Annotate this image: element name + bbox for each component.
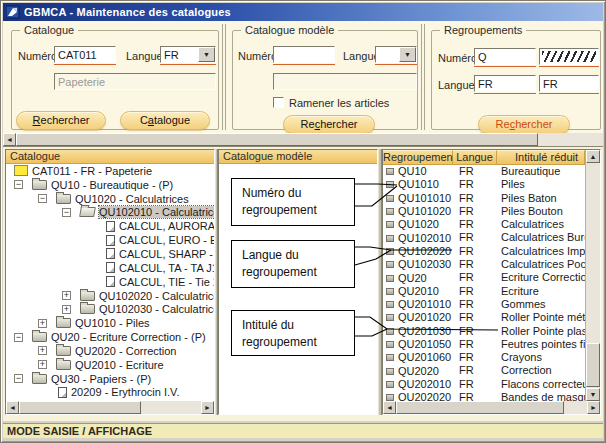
tree-item[interactable]: −QU10 - Bureautique - (P) xyxy=(6,178,214,192)
main-scrollbar-thumb[interactable] xyxy=(16,133,538,146)
tree-horizontal-scrollbar[interactable]: ◄ ► xyxy=(6,401,214,414)
table-row[interactable]: QU201030FRRoller Pointe plast. xyxy=(383,325,585,338)
tree-item-label[interactable]: QU1020 - Calculatrices xyxy=(75,193,189,205)
chevron-down-icon[interactable]: ▼ xyxy=(198,47,215,62)
column-header[interactable]: Intitulé réduit xyxy=(497,150,585,165)
collapse-icon[interactable]: − xyxy=(14,180,23,189)
tree-item[interactable]: −QU20 - Ecriture Correction - (P) xyxy=(6,330,214,344)
table-row[interactable]: QU1010FRPiles xyxy=(383,178,585,191)
tree-item[interactable]: +QU102030 - Calculatrices P xyxy=(6,302,214,316)
catalogue-rechercher-button[interactable]: Rechercher xyxy=(16,111,106,130)
column-header[interactable]: Regroupement xyxy=(383,150,453,165)
expand-icon[interactable]: + xyxy=(38,319,47,328)
table-vertical-scrollbar[interactable]: ▲ ▼ xyxy=(585,150,600,401)
modele-rechercher-button[interactable]: Rechercher xyxy=(283,115,375,134)
tree-item-label[interactable]: CALCUL, TIE - Tie 20 xyxy=(119,276,214,288)
tree-item[interactable]: +QU102020 - Calculatrices Im xyxy=(6,289,214,303)
tree-item-label[interactable]: CAT011 - FR - Papeterie xyxy=(32,165,152,177)
table-hscrollbar-thumb[interactable] xyxy=(396,401,564,414)
modele-description-input[interactable] xyxy=(274,74,416,89)
regroupement-numero-input[interactable] xyxy=(475,49,535,64)
collapse-icon[interactable]: − xyxy=(14,333,23,342)
scroll-left-icon[interactable]: ◄ xyxy=(6,401,19,414)
catalogue-numero-input[interactable] xyxy=(55,47,115,62)
table-vscrollbar-thumb[interactable] xyxy=(586,343,600,387)
expand-icon[interactable]: + xyxy=(38,360,47,369)
regroupement-langue2-input[interactable] xyxy=(540,76,598,91)
tree-item[interactable]: CALCUL, TA - TA J12 xyxy=(6,261,214,275)
catalogue-description-input[interactable] xyxy=(55,74,215,89)
tree-item[interactable]: CAT011 - FR - Papeterie xyxy=(6,164,214,178)
tree-item-label[interactable]: 20209 - Erythrocin I.V. xyxy=(71,386,179,398)
table-row[interactable]: QU20FREcriture Correction xyxy=(383,271,585,284)
tree-item-label[interactable]: QU20 - Ecriture Correction - (P) xyxy=(51,331,206,343)
tree-item[interactable]: CALCUL, AURORA - A xyxy=(6,219,214,233)
tree-item-label[interactable]: CALCUL, EURO - Eur xyxy=(119,234,214,246)
table-row[interactable]: QU201010FRGommes xyxy=(383,298,585,311)
modele-numero-input[interactable] xyxy=(274,47,334,62)
tree-item[interactable]: −QU1020 - Calculatrices xyxy=(6,192,214,206)
table-row[interactable]: QU202010FRFlacons correcteurs xyxy=(383,378,585,391)
regroupements-rechercher-button[interactable]: Rechercher xyxy=(478,115,570,134)
collapse-icon[interactable]: − xyxy=(14,374,23,383)
tree-item[interactable]: +QU1010 - Piles xyxy=(6,316,214,330)
regroupement-langue1-input[interactable] xyxy=(475,76,535,91)
tree-item-label[interactable]: QU30 - Papiers - (P) xyxy=(51,373,151,385)
table-row[interactable]: QU102010FRCalculatrices Bureau xyxy=(383,231,585,244)
table-row[interactable]: QU201060FRCrayons xyxy=(383,351,585,364)
table-row[interactable]: QU102020FRCalculatrices Imprim xyxy=(383,245,585,258)
table-row[interactable]: QU2020FRCorrection xyxy=(383,364,585,377)
tree-item[interactable]: +QU2010 - Ecriture xyxy=(6,358,214,372)
tree-item[interactable]: 20209 - Erythrocin I.V. xyxy=(6,386,214,400)
tree-item[interactable]: CALCUL, EURO - Eur xyxy=(6,233,214,247)
scroll-left-icon[interactable]: ◄ xyxy=(3,133,16,146)
tree-item-label[interactable]: CALCUL, AURORA - A xyxy=(119,220,214,232)
scroll-left-icon[interactable]: ◄ xyxy=(383,401,396,414)
chevron-down-icon[interactable]: ▼ xyxy=(399,47,416,62)
tree-item-label[interactable]: QU102010 - Calculatrices Bu xyxy=(99,206,214,218)
title-bar[interactable]: GBMCA - Maintenance des catalogues xyxy=(3,3,603,21)
tree-item-label[interactable]: QU2010 - Ecriture xyxy=(75,359,164,371)
open-folder-icon xyxy=(79,207,96,217)
scroll-down-icon[interactable]: ▼ xyxy=(586,388,600,401)
collapse-icon[interactable]: − xyxy=(38,194,47,203)
table-horizontal-scrollbar[interactable]: ◄ ► xyxy=(383,401,600,414)
hatched-field-pattern[interactable] xyxy=(542,51,596,62)
collapse-icon[interactable]: − xyxy=(62,208,71,217)
tree-item-label[interactable]: QU10 - Bureautique - (P) xyxy=(51,179,173,191)
tree-item-label[interactable]: QU1010 - Piles xyxy=(75,317,150,329)
catalogue-langue-input[interactable] xyxy=(161,47,198,62)
modele-langue-input[interactable] xyxy=(376,47,399,62)
table-row[interactable]: QU102030FRCalculatrices Poche xyxy=(383,258,585,271)
tree-item[interactable]: CALCUL, SHARP - SH xyxy=(6,247,214,261)
tree-item[interactable]: +QU2020 - Correction xyxy=(6,344,214,358)
tree-item-label[interactable]: QU102030 - Calculatrices P xyxy=(99,303,214,315)
scroll-right-icon[interactable]: ► xyxy=(201,401,214,414)
tree-item[interactable]: CALCUL, TIE - Tie 20 xyxy=(6,275,214,289)
table-row[interactable]: QU101020FRPiles Bouton xyxy=(383,205,585,218)
expand-icon[interactable]: + xyxy=(62,305,71,314)
table-row[interactable]: QU10FRBureautique xyxy=(383,165,585,178)
expand-icon[interactable]: + xyxy=(38,346,47,355)
tree-item-label[interactable]: CALCUL, SHARP - SH xyxy=(119,248,214,260)
main-horizontal-scrollbar[interactable]: ◄ xyxy=(3,133,603,146)
catalogue-catalogue-button[interactable]: Catalogue xyxy=(120,111,210,130)
tree-item[interactable]: −QU30 - Papiers - (P) xyxy=(6,372,214,386)
table-row[interactable]: QU101010FRPiles Baton xyxy=(383,192,585,205)
table-row[interactable]: QU1020FRCalculatrices xyxy=(383,218,585,231)
ramener-checkbox[interactable] xyxy=(273,97,284,108)
tree-item[interactable]: −QU102010 - Calculatrices Bu xyxy=(6,206,214,220)
tree-item-label[interactable]: QU102020 - Calculatrices Im xyxy=(99,290,214,302)
expand-icon[interactable]: + xyxy=(62,291,71,300)
tree-item-label[interactable]: QU2020 - Correction xyxy=(75,345,177,357)
scroll-right-icon[interactable]: ► xyxy=(587,401,600,414)
column-header[interactable]: Langue xyxy=(453,150,497,165)
cell-langue: FR xyxy=(453,378,497,391)
table-row[interactable]: QU202020FRBandes de masquage xyxy=(383,391,585,401)
table-row[interactable]: QU201020FRRoller Pointe métal xyxy=(383,311,585,324)
tree-item-label[interactable]: CALCUL, TA - TA J12 xyxy=(119,262,214,274)
table-row[interactable]: QU2010FREcriture xyxy=(383,285,585,298)
scroll-up-icon[interactable]: ▲ xyxy=(586,150,600,163)
tree-scrollbar-thumb[interactable] xyxy=(19,401,141,414)
table-row[interactable]: QU201050FRFeutres pointes fine xyxy=(383,338,585,351)
